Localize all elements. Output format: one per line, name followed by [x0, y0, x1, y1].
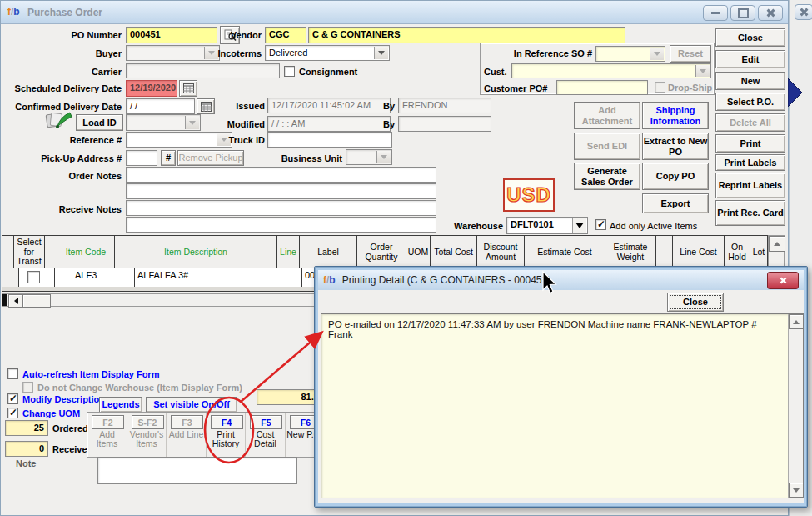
scroll-up-button[interactable]: [769, 236, 785, 252]
truck-id-field[interactable]: [267, 132, 392, 148]
order-notes-line2[interactable]: [126, 183, 436, 199]
load-id-dropdown[interactable]: [126, 114, 201, 131]
sf2-caption: Vendor's Items: [128, 430, 166, 448]
note-field[interactable]: [97, 457, 297, 484]
copy-po-button[interactable]: Copy PO: [642, 163, 709, 190]
scheduled-delivery-label: Scheduled Delivery Date: [1, 83, 122, 93]
maximize-icon: [738, 8, 749, 18]
fkey-f5[interactable]: F5 Cost Detail: [246, 413, 286, 457]
issued-label: Issued: [201, 101, 265, 111]
grid-header-uom: UOM: [406, 235, 431, 269]
fkey-f4-print-history[interactable]: F4 Print History: [207, 413, 247, 457]
print-button[interactable]: Print: [715, 134, 785, 153]
f2-caption: Add Items: [88, 430, 126, 448]
generate-sales-order-button[interactable]: Generate Sales Order: [574, 163, 640, 190]
carrier-field[interactable]: [126, 63, 280, 78]
vendor-code-field[interactable]: CGC: [265, 27, 306, 43]
select-po-button[interactable]: Select P.O.: [715, 93, 785, 111]
minimize-button[interactable]: [703, 5, 728, 21]
change-uom-checkbox[interactable]: [7, 408, 18, 418]
extract-to-new-po-button[interactable]: Extract to New PO: [642, 133, 709, 160]
new-button[interactable]: New: [715, 72, 785, 90]
edit-button[interactable]: Edit: [715, 50, 785, 68]
scrollbar-thumb[interactable]: [22, 294, 51, 308]
close-window-button[interactable]: [758, 5, 783, 21]
grid-header-on-hold: On Hold: [725, 235, 750, 269]
in-reference-so-dropdown[interactable]: [595, 46, 665, 62]
shipping-information-button[interactable]: Shipping Information: [642, 102, 709, 129]
vendor-name-field[interactable]: C & G CONTAINERS: [308, 27, 625, 43]
fkey-f3[interactable]: F3 Add Line: [167, 413, 207, 457]
print-labels-button[interactable]: Print Labels: [715, 154, 785, 171]
pickup-address-field[interactable]: [126, 150, 157, 166]
next-record-arrow-icon[interactable]: [788, 77, 805, 108]
dialog-titlebar[interactable]: f/b Printing Detail (C & G CONTAINERS - …: [318, 270, 804, 290]
incoterms-dropdown[interactable]: Delivered: [265, 45, 390, 61]
printing-detail-textarea[interactable]: PO e-mailed on 12/17/2020 11:47:33 AM by…: [321, 313, 804, 498]
close-button[interactable]: Close: [715, 28, 785, 47]
outer-close-button[interactable]: [795, 4, 812, 20]
reset-button[interactable]: Reset: [670, 45, 711, 63]
grid-header-label: Label: [300, 235, 357, 269]
scroll-left-button[interactable]: [8, 294, 23, 308]
chevron-down-icon: [376, 151, 391, 163]
fkey-f2[interactable]: F2 Add Items: [87, 413, 127, 457]
consignment-checkbox[interactable]: [284, 66, 295, 77]
f4-key-button[interactable]: F4: [211, 415, 243, 429]
load-notes-icon[interactable]: [44, 110, 74, 130]
order-notes-line1[interactable]: [126, 167, 436, 183]
warehouse-label: Warehouse: [421, 221, 503, 231]
warehouse-dropdown[interactable]: DFLT0101: [506, 217, 588, 234]
cust-label: Cust.: [484, 67, 511, 77]
pickup-hash-button[interactable]: #: [161, 150, 176, 166]
grid-header-line-cost: Line Cost: [673, 235, 725, 269]
cust-dropdown[interactable]: [511, 63, 711, 78]
set-visible-button[interactable]: Set visible On/Off: [146, 397, 237, 413]
po-number-label: PO Number: [1, 30, 122, 40]
load-id-button[interactable]: Load ID: [76, 114, 123, 131]
scheduled-calendar-button[interactable]: [179, 80, 197, 97]
scroll-up-button[interactable]: [789, 314, 804, 329]
printing-detail-message: PO e-mailed on 12/17/2020 11:47:33 AM by…: [328, 319, 781, 339]
reprint-labels-button[interactable]: Reprint Labels: [715, 173, 785, 198]
grid-header-total-cost: Total Cost: [431, 235, 477, 269]
modify-description-checkbox[interactable]: [7, 393, 18, 404]
customer-po-field[interactable]: [556, 80, 648, 95]
add-only-active-checkbox[interactable]: [595, 219, 606, 230]
sf2-key-button[interactable]: S-F2: [132, 415, 164, 429]
issued-by-label: By: [380, 101, 395, 111]
export-button[interactable]: Export: [642, 193, 709, 213]
dialog-close-action-button[interactable]: Close: [667, 293, 724, 312]
delete-all-button[interactable]: Delete All: [715, 113, 785, 132]
business-unit-dropdown[interactable]: [346, 149, 392, 165]
grid-header-item-code: Item Code: [57, 235, 115, 269]
remove-pickup-button[interactable]: Remove Pickup: [177, 150, 244, 166]
grid-vertical-scrollbar[interactable]: [768, 235, 785, 269]
fkey-sf2[interactable]: S-F2 Vendor's Items: [127, 413, 167, 457]
row-select-checkbox[interactable]: [27, 271, 40, 283]
send-edi-button[interactable]: Send EDI: [574, 133, 640, 160]
print-rec-card-button[interactable]: Print Rec. Card: [715, 200, 785, 226]
no-change-warehouse-checkbox[interactable]: [22, 382, 33, 393]
confirmed-delivery-field[interactable]: / /: [126, 98, 195, 114]
grid-header-discount-amount: Discount Amount: [477, 235, 525, 269]
auto-refresh-checkbox[interactable]: [7, 368, 18, 379]
arrow-up-icon: [774, 242, 780, 246]
receive-notes-line1[interactable]: [126, 200, 436, 216]
f3-key-button[interactable]: F3: [171, 415, 203, 429]
add-attachment-button[interactable]: Add Attachment: [574, 102, 640, 129]
po-number-field[interactable]: 000451: [126, 27, 217, 43]
consignment-label: Consignment: [299, 67, 357, 77]
f2-key-button[interactable]: F2: [92, 415, 124, 429]
window-titlebar[interactable]: f/b Purchase Order: [1, 1, 788, 24]
drop-ship-checkbox[interactable]: [655, 82, 665, 93]
legends-button[interactable]: Legends: [99, 397, 142, 413]
dialog-title: Printing Detail (C & G CONTAINERS - 0004…: [342, 274, 551, 286]
f5-key-button[interactable]: F5: [250, 415, 282, 429]
maximize-button[interactable]: [730, 5, 755, 21]
scroll-down-button[interactable]: [789, 483, 804, 498]
scheduled-delivery-field[interactable]: 12/19/2020: [126, 80, 177, 97]
dialog-scrollbar[interactable]: [788, 314, 803, 498]
dialog-close-button[interactable]: [767, 272, 799, 289]
receive-notes-line2[interactable]: [126, 217, 436, 233]
